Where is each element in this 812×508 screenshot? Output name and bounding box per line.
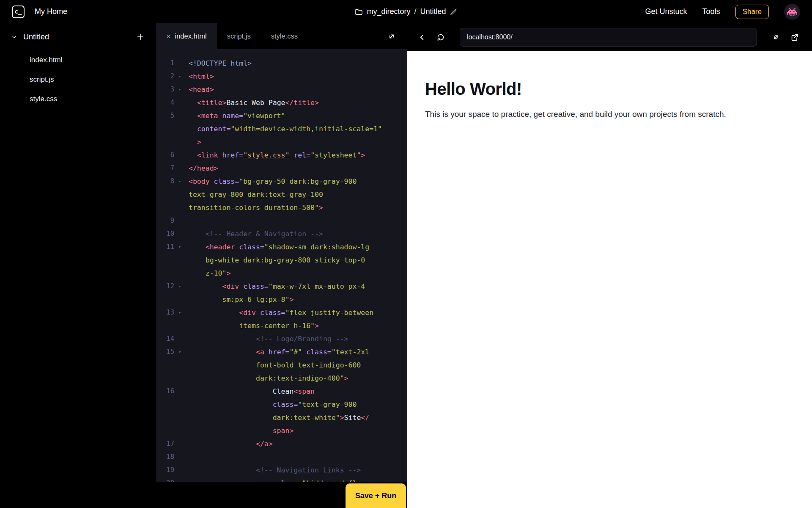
tab-script.js[interactable]: script.js [217,23,261,49]
app-logo[interactable]: c_ [12,6,25,18]
editor-bottom-bar: Save + Run [156,482,407,508]
file-item-script.js[interactable]: script.js [0,70,156,89]
line-number [156,372,174,385]
url-input[interactable] [460,28,757,47]
code-text: <head> [185,83,214,96]
line-number: 8 [156,175,174,188]
expand-editor-icon[interactable] [387,23,407,49]
fold-gutter [174,319,185,332]
fold-arrow-icon[interactable]: ▾ [174,83,185,96]
fold-gutter [174,227,185,240]
file-list: index.htmlscript.jsstyle.css [0,50,156,109]
code-text: sm:px-6 lg:px-8"> [185,293,294,306]
code-text: </head> [185,162,218,175]
fold-arrow-icon[interactable]: ▾ [174,306,185,319]
breadcrumb-file[interactable]: Untitled [420,7,446,16]
code-text: items-center h-16"> [185,319,319,332]
code-text: content="width=device-width,initial-scal… [185,122,382,135]
code-line: 4 <title>Basic Web Page</title> [156,96,407,109]
project-header[interactable]: Untitled [0,23,156,50]
line-number: 6 [156,149,174,162]
fold-gutter [174,201,185,214]
fold-arrow-icon[interactable]: ▾ [174,175,185,188]
line-number [156,201,174,214]
save-run-button[interactable]: Save + Run [346,483,406,508]
code-line: 14 <!-- Logo/Branding --> [156,332,407,345]
code-line: bg-white dark:bg-gray-800 sticky top-0 [156,254,407,267]
chevron-down-icon[interactable] [11,34,17,40]
fold-gutter [174,437,185,450]
tab-list: ×index.htmlscript.jsstyle.css [156,23,308,49]
rename-pencil-icon[interactable] [450,8,458,16]
fold-gutter [174,96,185,109]
fold-arrow-icon[interactable]: ▾ [174,280,185,293]
line-number [156,293,174,306]
user-avatar[interactable] [784,4,800,20]
refresh-icon[interactable] [436,33,445,42]
back-icon[interactable] [417,33,427,42]
tab-index.html[interactable]: ×index.html [156,23,217,49]
fold-arrow-icon[interactable]: ▾ [174,240,185,254]
fold-gutter [174,293,185,306]
fold-arrow-icon[interactable]: ▾ [174,70,185,83]
fold-gutter [174,162,185,175]
code-text: <!-- Navigation Links --> [185,464,361,477]
code-text: </a> [185,437,273,450]
code-text: z-10"> [185,267,230,280]
fold-gutter [174,477,185,482]
code-text: span> [185,424,294,437]
fold-gutter [174,450,185,464]
file-item-style.css[interactable]: style.css [0,89,156,109]
code-editor[interactable]: 1<!DOCTYPE html>2▾<html>3▾<head>4 <title… [156,49,407,482]
home-link[interactable]: My Home [35,7,67,16]
line-number [156,398,174,411]
code-text: <meta name="viewport" [185,109,285,122]
expand-preview-icon[interactable] [771,33,781,42]
line-number: 10 [156,227,174,240]
line-number [156,411,174,424]
code-line: 15▾ <a href="#" class="text-2xl [156,345,407,359]
line-number: 5 [156,109,174,122]
preview-toolbar [407,23,812,51]
fold-gutter [174,109,185,122]
line-number [156,424,174,437]
line-number [156,135,174,149]
code-line: 2▾<html> [156,70,407,83]
fold-arrow-icon[interactable]: ▾ [174,345,185,359]
add-file-icon[interactable] [136,32,145,41]
get-unstuck-link[interactable]: Get Unstuck [645,7,687,16]
line-number [156,254,174,267]
line-number: 16 [156,385,174,398]
app-window: c_ My Home my_directory / Untitled Get U… [0,0,812,508]
line-number [156,319,174,332]
fold-gutter [174,135,185,149]
editor-panel: ×index.htmlscript.jsstyle.css 1<!DOCTYPE… [156,23,407,508]
tab-label: style.css [271,32,298,40]
code-text: > [185,135,201,149]
code-line: text-gray-800 dark:text-gray-100 [156,188,407,201]
main-area: Untitled index.htmlscript.jsstyle.css ×i… [0,23,812,508]
line-number: 11 [156,240,174,254]
code-text [185,450,189,464]
line-number [156,122,174,135]
line-number: 14 [156,332,174,345]
breadcrumb-separator: / [414,7,416,16]
code-line: 9 [156,214,407,227]
file-item-index.html[interactable]: index.html [0,50,156,70]
code-line: 3▾<head> [156,83,407,96]
line-number: 18 [156,450,174,464]
code-line: items-center h-16"> [156,319,407,332]
tools-link[interactable]: Tools [702,7,720,16]
close-tab-icon[interactable]: × [166,33,171,40]
tab-style.css[interactable]: style.css [261,23,308,49]
code-line: 13▾ <div class="flex justify-between [156,306,407,319]
fold-gutter [174,188,185,201]
code-line: 17 </a> [156,437,407,450]
editor-tabbar: ×index.htmlscript.jsstyle.css [156,23,407,49]
line-number: 20 [156,477,174,482]
open-external-icon[interactable] [790,33,799,42]
code-text: <body class="bg-gray-50 dark:bg-gray-900 [185,175,357,188]
code-line: 8▾<body class="bg-gray-50 dark:bg-gray-9… [156,175,407,188]
breadcrumb: my_directory / Untitled [354,7,457,16]
share-button[interactable]: Share [735,5,769,19]
